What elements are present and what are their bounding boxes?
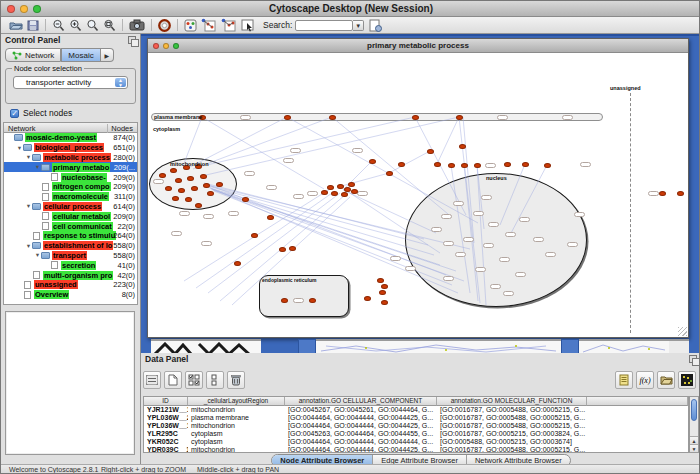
table-cell[interactable]: [GO:0044464, GO:0044444, GO:0044425, G..… [285,414,437,422]
table-row[interactable]: YKR052Ccytoplasm[GO:0044464, GO:0044444,… [144,438,688,446]
network-node[interactable] [504,162,511,167]
tree-row[interactable]: cell communicat22(0) [4,221,137,231]
notepad-icon[interactable] [615,371,633,389]
table-scrollbar[interactable]: ▲ ▼ [689,396,699,453]
delete-attribute-icon[interactable] [227,371,245,389]
table-column-header[interactable]: ID [144,397,188,406]
unselect-attributes-icon[interactable] [206,371,224,389]
network-node[interactable] [381,300,388,305]
tree-row[interactable]: ▼biological_process651(0) [4,143,137,153]
table-row[interactable]: YPL036W__1mitochondrion[GO:0044464, GO:0… [144,422,688,430]
network-node[interactable] [203,183,210,188]
tree-row[interactable]: mosaic-demo-yeast874(0) [4,133,137,143]
table-cell[interactable]: mitochondrion [188,422,285,430]
network-node[interactable] [200,174,207,179]
table-cell[interactable]: YJR121W__1 [144,406,188,414]
network-node[interactable] [369,159,376,164]
network-node[interactable] [379,290,386,295]
network-node[interactable] [165,186,172,191]
network-node[interactable] [267,215,274,220]
table-row[interactable]: YJR121W__1mitochondrion[GO:0045267, GO:0… [144,406,688,414]
node-label[interactable] [499,257,510,262]
scroll-up-icon[interactable]: ▲ [690,436,698,444]
node-label[interactable] [283,158,294,163]
network-node[interactable] [170,168,177,173]
tree-row[interactable]: ▼primary metabo209(... [4,162,137,172]
network-node[interactable] [172,196,179,201]
tree-row[interactable]: multi-organism pro42(0) [4,270,137,280]
tree-col-network[interactable]: Network [8,124,36,133]
table-cell[interactable]: YKR052C [144,438,188,446]
table-column-header[interactable]: annotation.GO CELLULAR_COMPONENT [285,397,437,406]
tree-row[interactable]: response to stimulu264(0) [4,231,137,241]
table-cell[interactable]: [GO:0016787, GO:0005488, GO:0005215, G..… [437,414,587,422]
network-node[interactable] [329,115,336,120]
expand-arrow-icon[interactable]: ▼ [25,203,32,209]
table-row[interactable]: YDR039C__1mitochondrion[GO:0044464, GO:0… [144,446,688,453]
network-node[interactable] [281,298,288,303]
node-label[interactable] [453,201,464,206]
table-cell[interactable]: [GO:0044464, GO:0044444, GO:0044425, G..… [285,446,437,453]
node-label[interactable] [562,115,573,120]
tabs-overflow-arrow[interactable]: ▶ [101,48,114,62]
node-label[interactable] [567,242,578,247]
zoom-out-icon[interactable] [52,18,65,32]
network-node[interactable] [544,163,551,168]
network-node[interactable] [321,190,328,195]
search-input[interactable] [295,20,353,31]
node-label[interactable] [580,162,591,167]
float-panel-icon[interactable] [689,355,697,363]
table-cell[interactable]: [GO:0045267, GO:0045261, GO:0044464, G..… [285,406,437,414]
network-node[interactable] [242,197,249,202]
node-label[interactable] [473,211,484,216]
network-node[interactable] [289,246,296,251]
help-icon[interactable] [158,18,171,32]
network-node[interactable] [448,163,455,168]
node-label[interactable] [463,237,474,242]
function-icon[interactable]: f(x) [636,371,654,389]
node-label[interactable] [545,252,556,257]
network-window-titlebar[interactable]: primary metabolic process [148,39,688,53]
tree-col-nodes[interactable]: Nodes [107,124,133,133]
zoom-in-icon[interactable] [69,18,82,32]
network-node[interactable] [159,173,166,178]
node-label[interactable] [431,227,442,232]
new-attribute-icon[interactable] [164,371,182,389]
node-label[interactable] [497,115,508,120]
network-node[interactable] [341,192,348,197]
node-label[interactable] [293,298,304,303]
node-label[interactable] [357,191,368,196]
network-node[interactable] [327,185,334,190]
table-cell[interactable]: cytoplasm [188,430,285,438]
tree-row[interactable]: cellular metabol209(0) [4,211,137,221]
node-label[interactable] [515,272,526,277]
network-node[interactable] [456,115,463,120]
network-node[interactable] [398,162,405,167]
expand-arrow-icon[interactable]: ▼ [25,154,32,160]
background-window-corner[interactable] [298,339,316,354]
network-node[interactable] [185,197,192,202]
attribute-panel-icon[interactable] [143,371,161,389]
tab-mosaic[interactable]: Mosaic [61,48,100,62]
background-window-corner[interactable] [561,339,579,354]
network-node[interactable] [279,247,286,252]
snapshot-icon[interactable] [129,18,145,32]
network-node[interactable] [191,186,198,191]
node-label[interactable] [244,171,255,176]
network-node[interactable] [195,203,202,208]
window-resize-grip[interactable] [678,327,687,336]
tree-row[interactable]: ▼metabolic process280(0) [4,153,137,163]
background-window-fragment[interactable] [316,339,561,354]
tab-network[interactable]: Network [5,48,61,62]
network-node[interactable] [207,191,214,196]
node-label[interactable] [293,194,304,199]
table-cell[interactable]: YLR295C [144,430,188,438]
node-label[interactable] [533,237,544,242]
network-node[interactable] [461,163,468,168]
table-cell[interactable]: [GO:0016787, GO:0005488, GO:0005215, G..… [437,446,587,453]
tree-row[interactable]: nitrogen compo209(0) [4,182,137,192]
annotation-icon[interactable] [241,18,255,32]
expand-arrow-icon[interactable]: ▼ [34,164,41,170]
scroll-down-icon[interactable]: ▼ [690,444,698,452]
select-nodes-checkbox[interactable]: ✓ [10,109,19,118]
